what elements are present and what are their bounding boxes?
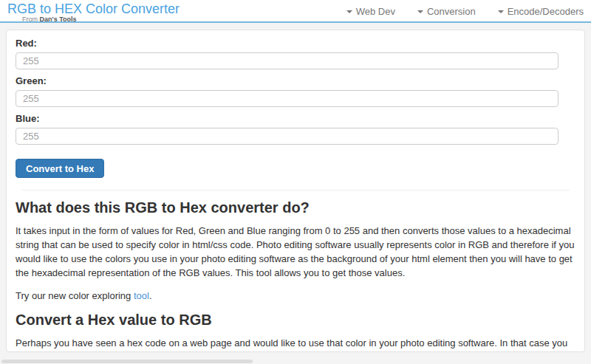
hex2rgb-section-heading: Convert a Hex value to RGB [16,312,575,329]
nav-item-label: Conversion [427,6,476,17]
form-group-green: Green: [16,75,575,107]
hex2rgb-section-body: Perhaps you have seen a hex code on a we… [16,336,575,352]
nav-item-conversion[interactable]: Conversion [417,6,476,17]
blue-label: Blue: [16,113,575,124]
horizontal-scrollbar-thumb[interactable] [1,360,253,363]
green-input[interactable] [16,90,558,107]
color-exploring-tool-link[interactable]: tool [134,290,149,301]
form-group-red: Red: [16,38,575,69]
chevron-down-icon [346,10,352,13]
blue-input[interactable] [16,128,558,145]
form-group-blue: Blue: [16,113,575,145]
brand-name: Dan's Tools [40,16,77,23]
try-tool-suffix: . [149,290,152,301]
brand-subtitle-prefix: From [22,16,40,23]
divider [21,190,570,190]
nav-item-label: Encode/Decoders [508,6,584,17]
chevron-down-icon [417,10,423,13]
red-input[interactable] [16,52,558,69]
try-tool-prefix: Try our new color exploring [16,290,134,301]
nav-item-label: Web Dev [356,6,395,17]
top-nav: Web Dev Conversion Encode/Decoders [346,0,584,23]
chevron-down-icon [498,10,504,13]
nav-item-web-dev[interactable]: Web Dev [346,6,395,17]
convert-to-hex-button[interactable]: Convert to Hex [16,159,104,178]
nav-item-encode-decoders[interactable]: Encode/Decoders [498,6,584,17]
main-content-card: Red: Green: Blue: Convert to Hex What do… [6,30,585,352]
green-label: Green: [16,75,575,86]
try-tool-line: Try our new color exploring tool. [16,289,575,303]
what-section-body: It takes input in the form of values for… [16,224,575,280]
what-section-heading: What does this RGB to Hex converter do? [16,199,575,216]
header: RGB to HEX Color Converter From Dan's To… [0,0,591,23]
red-label: Red: [16,38,575,49]
